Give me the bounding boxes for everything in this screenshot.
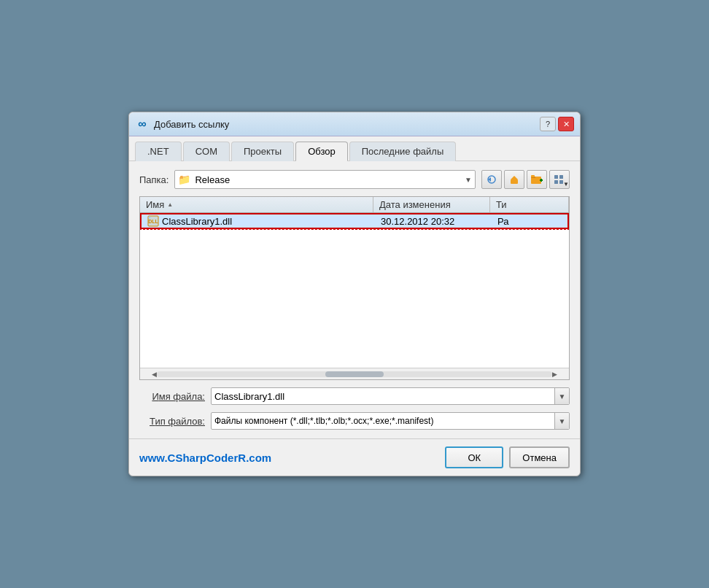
tab-com[interactable]: COM: [183, 142, 230, 161]
title-bar: ∞ Добавить ссылку ? ✕: [129, 112, 580, 136]
folder-label: Папка:: [139, 174, 168, 185]
file-cell-date: 30.12.2012 20:32: [375, 216, 492, 227]
ok-button[interactable]: ОК: [445, 446, 503, 468]
filetype-row: Тип файлов: Файлы компонент (*.dll;*.tlb…: [139, 412, 570, 430]
scroll-left-arrow[interactable]: ◀: [152, 371, 157, 378]
title-bar-left: ∞ Добавить ссылку: [135, 117, 229, 131]
scroll-right-arrow[interactable]: ▶: [552, 371, 557, 378]
file-cell-type: Ра: [492, 216, 567, 227]
svg-rect-2: [511, 179, 518, 184]
folder-row: Папка: 📁 Release ▼: [139, 170, 570, 189]
website-link[interactable]: www.CSharpCoderR.com: [139, 452, 271, 464]
dialog-title: Добавить ссылку: [154, 119, 229, 130]
file-list-body[interactable]: DLL ClassLibrary1.dll 30.12.2012 20:32 Р…: [140, 213, 569, 368]
cancel-button[interactable]: Отмена: [509, 446, 570, 468]
bottom-buttons: ОК Отмена: [445, 446, 570, 468]
filetype-label: Тип файлов:: [139, 416, 205, 427]
file-list-header: Имя ▲ Дата изменения Ти: [140, 197, 569, 213]
filename-row: Имя файла: ClassLibrary1.dll ▼: [139, 387, 570, 405]
filename-label: Имя файла:: [139, 391, 205, 402]
svg-rect-9: [554, 175, 558, 179]
view-button[interactable]: ▼: [549, 170, 570, 189]
svg-rect-10: [559, 175, 563, 179]
dialog-icon: ∞: [135, 117, 150, 131]
folder-icon: 📁: [178, 174, 190, 185]
filename-combo[interactable]: ClassLibrary1.dll ▼: [211, 387, 570, 405]
file-list-container: Имя ▲ Дата изменения Ти: [139, 196, 570, 380]
filetype-combo[interactable]: Файлы компонент (*.dll;*.tlb;*.olb;*.ocx…: [211, 412, 570, 430]
tabs-row: .NET COM Проекты Обзор Последние файлы: [129, 136, 580, 161]
col-header-type[interactable]: Ти: [490, 197, 569, 212]
folder-combo[interactable]: 📁 Release ▼: [174, 170, 476, 189]
tab-projects[interactable]: Проекты: [231, 142, 294, 161]
file-row[interactable]: DLL ClassLibrary1.dll 30.12.2012 20:32 Р…: [140, 213, 569, 229]
dialog-window: ∞ Добавить ссылку ? ✕ .NET COM Проекты О…: [128, 112, 581, 476]
content-area: Папка: 📁 Release ▼: [129, 161, 580, 438]
toolbar-buttons: ▼: [481, 170, 570, 189]
new-folder-button[interactable]: [527, 170, 547, 189]
filename-value: ClassLibrary1.dll: [214, 391, 554, 402]
file-cell-name: DLL ClassLibrary1.dll: [142, 215, 375, 227]
filename-dropdown-arrow[interactable]: ▼: [554, 388, 569, 404]
scrollbar-thumb[interactable]: [325, 371, 384, 377]
horizontal-scrollbar[interactable]: ◀ ▶: [140, 368, 569, 379]
back-button[interactable]: [481, 170, 502, 189]
bottom-bar: www.CSharpCoderR.com ОК Отмена: [129, 438, 580, 476]
folder-dropdown-arrow[interactable]: ▼: [465, 176, 472, 184]
tab-browse[interactable]: Обзор: [295, 142, 348, 161]
filetype-value: Файлы компонент (*.dll;*.tlb;*.olb;*.ocx…: [214, 416, 554, 426]
dll-icon: DLL: [147, 215, 159, 227]
folder-name: Release: [195, 174, 460, 185]
up-button[interactable]: [504, 170, 524, 189]
sort-arrow-name: ▲: [167, 201, 173, 208]
scrollbar-track[interactable]: [157, 371, 552, 377]
tab-recent[interactable]: Последние файлы: [349, 142, 457, 161]
title-bar-buttons: ? ✕: [540, 117, 574, 131]
col-header-date[interactable]: Дата изменения: [373, 197, 490, 212]
tab-net[interactable]: .NET: [135, 142, 182, 161]
svg-rect-11: [554, 180, 558, 184]
svg-point-16: [149, 217, 151, 219]
svg-marker-3: [511, 176, 518, 179]
filetype-dropdown-arrow[interactable]: ▼: [554, 413, 569, 429]
help-button[interactable]: ?: [540, 117, 556, 131]
svg-text:DLL: DLL: [148, 219, 158, 224]
svg-rect-6: [531, 175, 535, 177]
col-header-name[interactable]: Имя ▲: [140, 197, 373, 212]
close-button[interactable]: ✕: [558, 117, 574, 131]
